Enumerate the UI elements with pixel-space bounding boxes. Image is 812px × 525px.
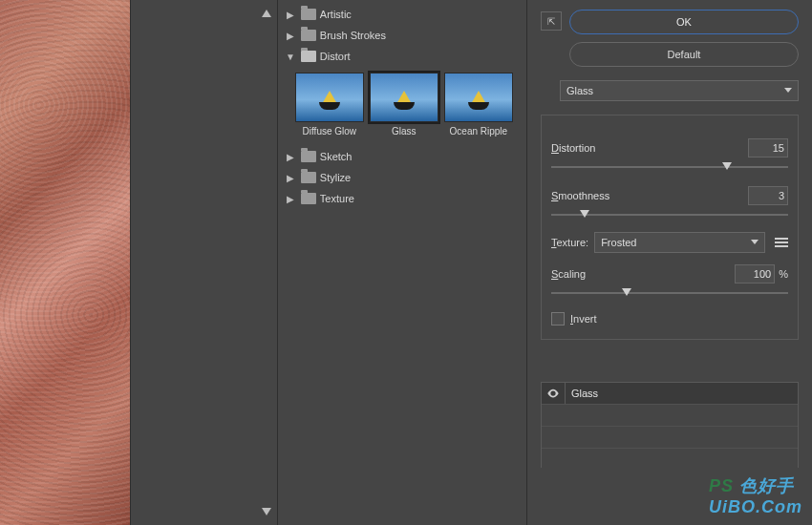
texture-label: Texture: [551, 237, 588, 248]
collapse-icon: ⇱ [547, 16, 555, 27]
invert-label: Invert [570, 313, 597, 325]
texture-menu-icon[interactable] [775, 238, 788, 247]
folder-icon [301, 172, 316, 183]
scaling-unit: % [779, 268, 788, 280]
disclosure-right-icon: ▶ [284, 10, 297, 20]
thumb-label: Ocean Ripple [444, 126, 513, 136]
preview-canvas[interactable] [0, 0, 130, 525]
collapse-settings-button[interactable]: ⇱ [541, 11, 562, 31]
eye-icon [546, 387, 560, 400]
folder-icon [301, 30, 316, 41]
category-sketch[interactable]: ▶ Sketch [278, 146, 526, 167]
effect-layer-row[interactable]: Glass [542, 383, 798, 405]
category-label: Distort [320, 51, 351, 62]
folder-icon [301, 151, 316, 162]
folder-icon [301, 9, 316, 20]
smoothness-label: Smoothness [551, 190, 609, 201]
category-label: Brush Strokes [320, 30, 386, 41]
invert-checkbox[interactable]: Invert [551, 312, 788, 326]
filter-tree: ▶ Artistic ▶ Brush Strokes ▼ Distort Dif… [278, 0, 527, 525]
checkbox-icon [551, 312, 565, 326]
scroll-down-icon[interactable] [262, 508, 271, 515]
watermark: PS 色好手 UiBO.Com [709, 474, 802, 517]
scaling-label: Scaling [551, 268, 586, 280]
thumb-label: Diffuse Glow [295, 126, 364, 136]
scaling-input[interactable] [735, 264, 775, 284]
filter-diffuse-glow[interactable]: Diffuse Glow [295, 73, 364, 136]
category-stylize[interactable]: ▶ Stylize [278, 167, 526, 188]
scroll-up-icon[interactable] [262, 10, 271, 17]
effect-layer-name: Glass [566, 388, 598, 399]
distortion-label: Distortion [551, 142, 595, 154]
category-label: Sketch [320, 151, 353, 162]
scaling-slider[interactable] [551, 287, 788, 299]
folder-icon [301, 51, 316, 62]
thumb-label: Glass [370, 126, 438, 136]
settings-panel: ⇱ OK Default Glass Distortion [527, 0, 812, 525]
smoothness-input[interactable] [748, 186, 788, 205]
distortion-slider[interactable] [551, 161, 788, 173]
smoothness-param: Smoothness [551, 186, 788, 220]
disclosure-right-icon: ▶ [284, 173, 297, 183]
filter-ocean-ripple[interactable]: Ocean Ripple [444, 73, 513, 136]
category-artistic[interactable]: ▶ Artistic [278, 4, 526, 25]
category-label: Stylize [320, 172, 351, 183]
category-label: Artistic [320, 9, 352, 20]
category-distort[interactable]: ▼ Distort [278, 46, 526, 67]
default-button[interactable]: Default [569, 42, 799, 67]
effect-layers: Glass [541, 382, 799, 468]
ok-button[interactable]: OK [569, 10, 799, 34]
filter-select-value: Glass [566, 85, 593, 96]
preview-scroll-gutter [130, 0, 278, 525]
visibility-toggle[interactable] [542, 383, 566, 404]
texture-select[interactable]: Frosted [594, 232, 765, 253]
filter-thumbnails: Diffuse Glow Glass Ocean Ripple [278, 67, 526, 146]
category-texture[interactable]: ▶ Texture [278, 188, 526, 209]
filter-glass[interactable]: Glass [370, 73, 438, 136]
disclosure-right-icon: ▶ [284, 152, 297, 162]
glass-options-group: Distortion Smoothness [541, 115, 799, 340]
category-brush-strokes[interactable]: ▶ Brush Strokes [278, 25, 526, 46]
smoothness-slider[interactable] [551, 209, 788, 220]
disclosure-right-icon: ▶ [284, 31, 297, 41]
disclosure-right-icon: ▶ [284, 194, 297, 204]
texture-value: Frosted [601, 237, 636, 248]
folder-icon [301, 193, 316, 204]
distortion-param: Distortion [551, 138, 788, 173]
filter-select[interactable]: Glass [560, 80, 799, 101]
distortion-input[interactable] [748, 138, 788, 158]
disclosure-down-icon: ▼ [284, 52, 297, 62]
category-label: Texture [320, 193, 354, 204]
